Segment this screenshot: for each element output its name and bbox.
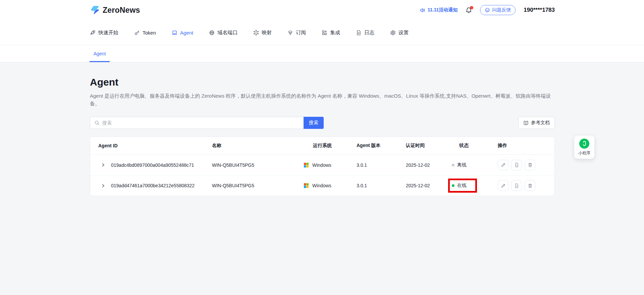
status-dot-icon [452, 184, 454, 187]
log-button[interactable] [511, 160, 522, 170]
nav-item-subscription[interactable]: 订阅 [287, 30, 306, 36]
brand-name: ZeroNews [103, 6, 140, 15]
top-right-area: 11.11活动通知 问题反馈 190****1783 [420, 5, 555, 15]
nav-item-settings[interactable]: 设置 [390, 30, 409, 36]
row-actions [498, 160, 554, 170]
reference-docs-button[interactable]: 参考文档 [518, 117, 555, 129]
rocket-icon [90, 30, 96, 36]
status-dot-icon [452, 164, 454, 166]
smiley-icon [485, 7, 490, 13]
toolbar: 搜索 参考文档 [90, 117, 555, 129]
agent-name-cell: WIN-Q5BUI4T5PG5 [212, 162, 304, 168]
version-cell: 3.0.1 [357, 162, 406, 168]
agent-table: Agent ID 名称 运行系统 Agent 版本 认证时间 状态 操作 019… [90, 137, 555, 196]
mini-program-icon [579, 139, 589, 149]
windows-logo-icon [304, 162, 309, 168]
row-expand-chevron[interactable] [98, 163, 111, 167]
status-cell: 在线 [459, 179, 498, 193]
table-row: 019adc4bd0897000a004a90552488c71 WIN-Q5B… [90, 155, 554, 175]
os-cell: Windows [304, 162, 357, 168]
chevron-right-icon [101, 184, 105, 188]
sub-tab-agent[interactable]: Agent [90, 45, 110, 62]
announcement-label: 11.11活动通知 [428, 7, 458, 13]
gear-icon [390, 30, 396, 36]
agent-id-cell: 019add47461a7000be34212e55808322 [111, 183, 212, 188]
table-header-row: Agent ID 名称 运行系统 Agent 版本 认证时间 状态 操作 [90, 137, 554, 155]
lightning-logo-icon [90, 5, 100, 15]
nav-item-mapping[interactable]: 映射 [253, 30, 272, 36]
top-bar: ZeroNews 11.11活动通知 问题反馈 190****1783 [0, 0, 644, 20]
column-header-version: Agent 版本 [357, 143, 406, 149]
globe-icon [209, 30, 215, 36]
nodes-icon [253, 30, 259, 36]
document-icon [356, 30, 362, 36]
agent-id-cell: 019adc4bd0897000a004a90552488c71 [111, 162, 212, 168]
column-header-name: 名称 [212, 143, 304, 149]
file-icon [514, 183, 519, 188]
chevron-right-icon [101, 163, 105, 167]
brand-logo[interactable]: ZeroNews [90, 5, 140, 15]
gem-icon [287, 30, 293, 36]
pencil-icon [501, 183, 506, 188]
status-badge: 在线 [448, 179, 477, 193]
edit-button[interactable] [498, 160, 508, 170]
search-button[interactable]: 搜索 [304, 117, 324, 129]
laptop-icon [172, 30, 177, 36]
os-cell: Windows [304, 183, 357, 188]
key-icon [134, 30, 140, 36]
search-icon [94, 120, 100, 126]
account-phone[interactable]: 190****1783 [524, 7, 555, 13]
feedback-button[interactable]: 问题反馈 [480, 5, 516, 15]
column-header-actions: 操作 [498, 143, 554, 149]
nav-item-integration[interactable]: 集成 [322, 30, 340, 36]
file-icon [514, 162, 519, 167]
main-nav: 快速开始 Token Agent 域名端口 映射 订阅 集成 日志 设置 [0, 20, 644, 45]
page-description: Agent 是运行在用户电脑、服务器及终端设备上的 ZeroNews 程序，默认… [90, 92, 554, 107]
nav-item-quick-start[interactable]: 快速开始 [90, 30, 118, 36]
mini-program-float-button[interactable]: 小程序 [574, 136, 594, 159]
log-button[interactable] [511, 180, 522, 191]
announcement-link[interactable]: 11.11活动通知 [420, 7, 458, 13]
search-box [90, 117, 304, 129]
trash-icon [528, 183, 533, 188]
edit-button[interactable] [498, 180, 508, 191]
version-cell: 3.0.1 [357, 183, 406, 188]
column-header-os: 运行系统 [304, 143, 357, 149]
sub-tab-bar: Agent [0, 45, 644, 62]
search-group: 搜索 [90, 117, 324, 129]
grid-plus-icon [322, 30, 327, 36]
delete-button[interactable] [525, 160, 535, 170]
docs-label: 参考文档 [531, 120, 550, 126]
active-tab-underline [90, 61, 110, 62]
agent-name-cell: WIN-Q5BUI4T5PG5 [212, 183, 304, 188]
pencil-icon [501, 162, 506, 167]
row-expand-chevron[interactable] [98, 184, 111, 188]
book-icon [523, 120, 529, 126]
unread-badge [470, 6, 473, 9]
nav-item-logs[interactable]: 日志 [356, 30, 374, 36]
notification-bell[interactable] [466, 7, 472, 13]
nav-item-domain-port[interactable]: 域名端口 [209, 30, 237, 36]
column-header-auth-time: 认证时间 [406, 143, 459, 149]
column-header-status: 状态 [459, 143, 498, 149]
column-header-agent-id: Agent ID [98, 143, 212, 148]
search-input[interactable] [102, 120, 300, 126]
row-actions [498, 180, 554, 191]
nav-item-token[interactable]: Token [134, 30, 156, 36]
speaker-icon [420, 7, 425, 13]
status-badge: 离线 [448, 158, 477, 172]
feedback-label: 问题反馈 [492, 7, 511, 13]
windows-logo-icon [304, 183, 309, 188]
status-cell: 离线 [459, 158, 498, 172]
delete-button[interactable] [525, 180, 535, 191]
trash-icon [528, 162, 533, 167]
table-row: 019add47461a7000be34212e55808322 WIN-Q5B… [90, 175, 554, 196]
nav-item-agent[interactable]: Agent [172, 30, 193, 36]
mini-program-label: 小程序 [578, 150, 590, 156]
page-title: Agent [90, 77, 554, 88]
main-content: Agent Agent 是运行在用户电脑、服务器及终端设备上的 ZeroNews… [0, 62, 644, 196]
